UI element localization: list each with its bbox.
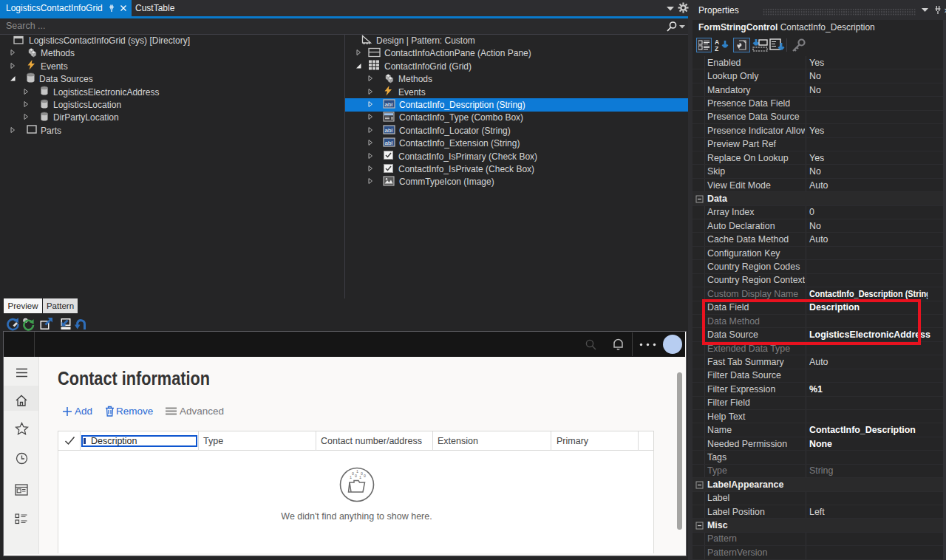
svg-text:1: 1 [359, 476, 361, 480]
svg-text:Z: Z [715, 45, 718, 52]
svg-text:0: 0 [364, 474, 366, 479]
svg-text:0: 0 [355, 474, 357, 479]
svg-text:0: 0 [352, 472, 354, 477]
svg-text:abl: abl [385, 101, 393, 108]
svg-text:1: 1 [350, 476, 352, 480]
svg-text:abl: abl [385, 140, 393, 146]
svg-text:abl: abl [385, 126, 393, 133]
